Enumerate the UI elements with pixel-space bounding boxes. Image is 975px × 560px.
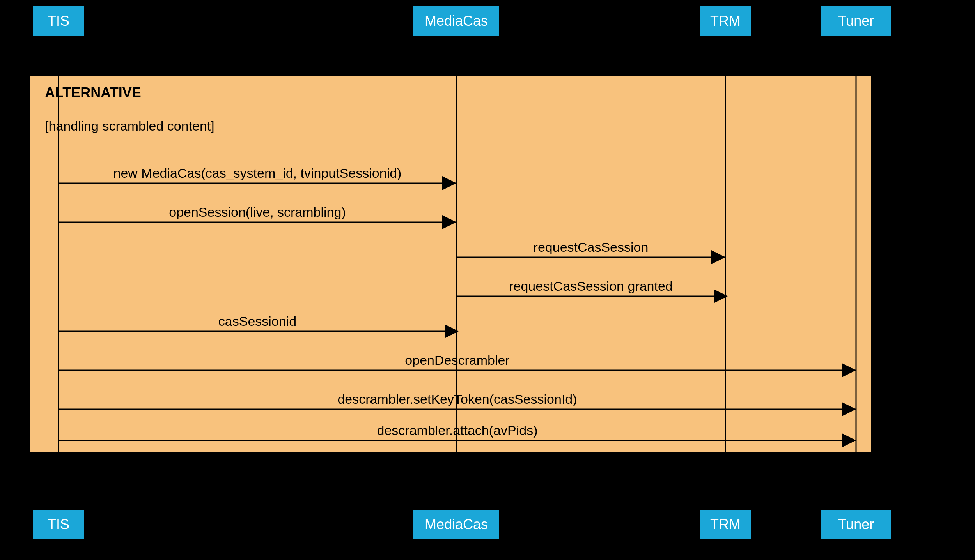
participant-label-trm-top: TRM xyxy=(710,13,741,29)
alt-condition: [handling scrambled content] xyxy=(45,118,214,133)
message-label-0: new MediaCas(cas_system_id, tvinputSessi… xyxy=(113,166,402,180)
message-label-5: openDescrambler xyxy=(405,353,509,367)
participant-label-mcas-bottom: MediaCas xyxy=(425,516,488,532)
participant-label-tuner-bottom: Tuner xyxy=(838,516,874,532)
message-label-2: requestCasSession xyxy=(534,240,649,254)
message-label-7: descrambler.attach(avPids) xyxy=(377,423,538,438)
participant-label-tis-top: TIS xyxy=(48,13,69,29)
sequence-diagram: ALTERNATIVE[handling scrambled content] … xyxy=(0,0,975,560)
message-label-3: requestCasSession granted xyxy=(509,279,673,293)
message-label-6: descrambler.setKeyToken(casSessionId) xyxy=(337,392,577,406)
participant-label-mcas-top: MediaCas xyxy=(425,13,488,29)
alt-title: ALTERNATIVE xyxy=(45,85,141,101)
participant-label-trm-bottom: TRM xyxy=(710,516,741,532)
participant-label-tuner-top: Tuner xyxy=(838,13,874,29)
message-label-4: casSessionid xyxy=(218,314,296,329)
participant-label-tis-bottom: TIS xyxy=(48,516,69,532)
alt-frame-layer: ALTERNATIVE[handling scrambled content] xyxy=(29,36,872,510)
message-label-1: openSession(live, scrambling) xyxy=(169,205,346,219)
